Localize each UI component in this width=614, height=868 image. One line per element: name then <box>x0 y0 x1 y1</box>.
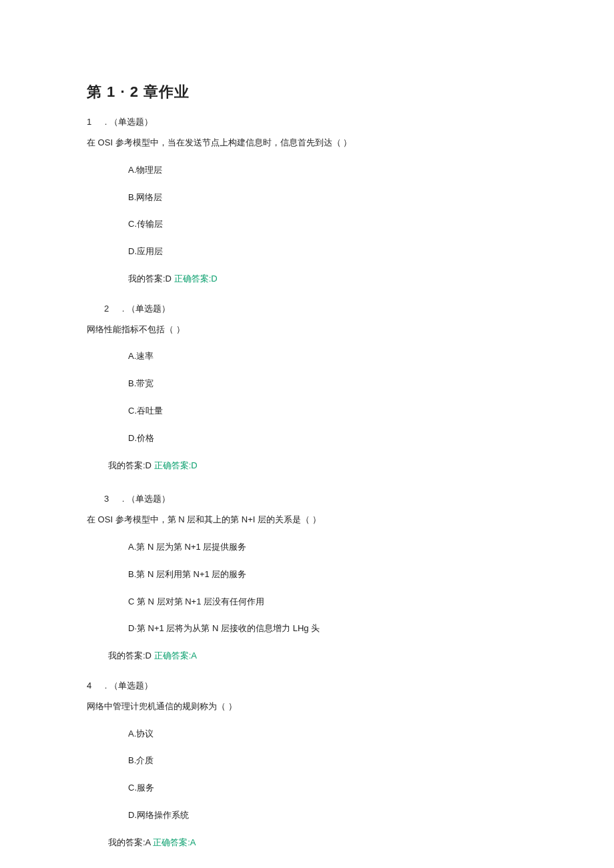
question-type: . （单选题） <box>105 679 153 693</box>
option-c: C.吞吐量 <box>128 404 527 418</box>
option-d: D.网络操作系统 <box>128 809 527 823</box>
option-d: D·第 N+1 层将为从第 N 层接收的信息增力 LHg 头 <box>128 622 527 636</box>
my-answer-label: 我的答案:D <box>108 650 151 661</box>
my-answer-label: 我的答案:D <box>108 460 151 470</box>
correct-answer-text: 正确答案:A <box>154 650 197 661</box>
question-header: 2 . （单选题） <box>87 302 527 316</box>
question-stem: 在 OSI 参考模型中，当在发送节点上构建信息时，信息首先到达（ ） <box>87 136 527 150</box>
correct-answer-label: 正确答案:A <box>153 837 196 847</box>
option-b: B.介质 <box>128 754 527 768</box>
correct-answer-text: 正确答案:D <box>174 274 218 284</box>
question-header: 3 . （单选题） <box>87 492 527 506</box>
question-header: 1 . （单选题） <box>87 115 527 129</box>
option-a: A.协议 <box>128 727 527 741</box>
my-answer-label: 我的答案:D <box>128 274 172 284</box>
option-b: B.网络层 <box>128 191 527 205</box>
option-d: D.应用层 <box>128 245 527 259</box>
options-group: A.速率 B.带宽 C.吞吐量 D.价格 <box>87 350 527 445</box>
question-stem: 在 OSI 参考模型中，第 N 层和其上的第 N+I 层的关系是（ ） <box>87 513 527 527</box>
correct-answer-label: 正确答案:D <box>174 274 218 284</box>
question-type-text: （单选题） <box>109 681 153 691</box>
question-type: . （单选题） <box>105 115 153 129</box>
question-type: . （单选题） <box>122 302 170 316</box>
option-c: C 第 N 层对第 N+1 层没有任何作用 <box>128 595 527 609</box>
question-type-text: （单选题） <box>127 304 170 314</box>
option-d: D.价格 <box>128 432 527 446</box>
question-type: . （单选题） <box>122 492 170 506</box>
answer-row: 我的答案:D 正确答案:A <box>87 649 527 663</box>
correct-answer-label: 正确答案:D <box>154 460 198 470</box>
answer-row: 我的答案:A 正确答案:A <box>87 836 527 850</box>
answer-row: 我的答案:D 正确答案:D <box>87 272 527 286</box>
correct-answer-text: 正确答案:A <box>153 837 196 847</box>
correct-answer-label: 正确答案:A <box>154 650 197 661</box>
option-c: C.传输层 <box>128 218 527 232</box>
correct-answer-text: 正确答案:D <box>154 460 198 470</box>
option-b: B.第 N 层利用第 N+1 层的服务 <box>128 568 527 582</box>
question-number: 3 <box>104 492 109 506</box>
question-type-text: （单选题） <box>109 117 153 127</box>
question-type-text: （单选题） <box>127 494 170 504</box>
options-group: A.协议 B.介质 C.服务 D.网络操作系统 <box>87 727 527 823</box>
option-a: A.速率 <box>128 350 527 364</box>
question-header: 4 . （单选题） <box>87 679 527 693</box>
my-answer-label: 我的答案:A <box>108 837 151 847</box>
option-a: A.物理层 <box>128 163 527 177</box>
question-number: 1 <box>87 115 91 129</box>
question-number: 2 <box>104 302 109 316</box>
options-group: A.第 N 层为第 N+1 层提供服务 B.第 N 层利用第 N+1 层的服务 … <box>87 540 527 636</box>
question-stem: 网络性能指标不包括（ ） <box>87 323 527 337</box>
option-b: B.带宽 <box>128 377 527 391</box>
page-title: 第 1 · 2 章作业 <box>87 80 527 103</box>
question-number: 4 <box>87 679 91 693</box>
option-a: A.第 N 层为第 N+1 层提供服务 <box>128 540 527 554</box>
option-c: C.服务 <box>128 781 527 795</box>
question-stem: 网络中管理计兜机通信的规则称为（ ） <box>87 700 527 714</box>
answer-row: 我的答案:D 正确答案:D <box>87 459 527 473</box>
options-group: A.物理层 B.网络层 C.传输层 D.应用层 <box>87 163 527 259</box>
